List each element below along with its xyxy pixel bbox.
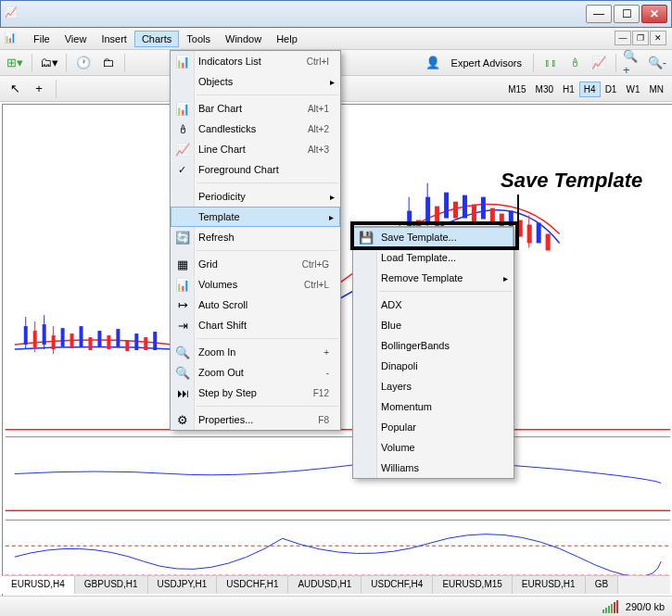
transfer-status: 290/0 kb — [626, 601, 665, 612]
zoom-in-button[interactable]: 🔍+ — [622, 53, 644, 73]
svg-rect-12 — [97, 331, 101, 347]
line-icon: 📈 — [175, 142, 190, 157]
shortcut-label: Ctrl+G — [302, 259, 329, 270]
charts-menu-periodicity[interactable]: Periodicity — [171, 186, 340, 207]
candlestick-button[interactable]: 🕯 — [564, 53, 586, 73]
svg-rect-11 — [89, 337, 93, 350]
template-menu-item-label: BollingerBands — [381, 340, 450, 351]
profiles-button[interactable]: 🗂▾ — [38, 53, 60, 73]
chart-tab-usdjpy-h1[interactable]: USDJPY,H1 — [148, 576, 218, 594]
charts-menu-volumes[interactable]: 📊VolumesCtrl+L — [171, 274, 340, 295]
app-icon: 📈 — [5, 6, 19, 21]
charts-menu-properties[interactable]: ⚙Properties...F8 — [171, 409, 340, 430]
charts-menu-grid[interactable]: ▦GridCtrl+G — [171, 254, 340, 274]
template-menu-bollingerbands[interactable]: BollingerBands — [353, 335, 514, 356]
charts-menu-chart-shift[interactable]: ⇥Chart Shift — [171, 315, 340, 335]
template-menu-momentum[interactable]: Momentum — [353, 396, 514, 417]
charts-menu-candlesticks[interactable]: 🕯CandlesticksAlt+2 — [171, 119, 340, 139]
charts-menu-template[interactable]: Template — [171, 207, 340, 227]
template-menu-williams[interactable]: Williams — [353, 458, 514, 478]
svg-rect-17 — [144, 337, 147, 350]
template-menu-item-label: Volume — [381, 442, 415, 453]
menu-charts[interactable]: Charts — [134, 31, 179, 47]
shortcut-label: Alt+1 — [308, 104, 329, 114]
svg-rect-28 — [425, 197, 430, 225]
close-button[interactable] — [641, 5, 667, 23]
menu-file[interactable]: File — [26, 31, 57, 47]
timeframe-m30[interactable]: M30 — [531, 82, 558, 97]
chart-tabs: EURUSD,H4GBPUSD,H1USDJPY,H1USDCHF,H1AUDU… — [2, 575, 670, 594]
template-menu-blue[interactable]: Blue — [353, 315, 514, 335]
cursor-button[interactable]: ↖ — [4, 79, 26, 99]
template-menu-load-template[interactable]: Load Template... — [353, 247, 514, 268]
crosshair-button[interactable]: + — [28, 79, 50, 99]
timeframe-h4[interactable]: H4 — [579, 82, 601, 97]
expert-advisors-icon[interactable]: 👤 — [422, 53, 444, 73]
timeframe-h1[interactable]: H1 — [558, 82, 579, 97]
navigator-button[interactable]: 🗀 — [96, 53, 119, 73]
save-icon: 💾 — [359, 230, 374, 245]
timeframe-m15[interactable]: M15 — [503, 82, 530, 97]
chart-tab-usdchf-h4[interactable]: USDCHF,H4 — [361, 576, 433, 594]
chart-tab-gb[interactable]: GB — [586, 576, 618, 594]
chart-tab-usdchf-h1[interactable]: USDCHF,H1 — [217, 576, 288, 594]
charts-menu-objects[interactable]: Objects — [171, 71, 340, 92]
template-menu-item-label: Layers — [381, 381, 412, 392]
charts-menu-step-by-step[interactable]: ⏭Step by StepF12 — [171, 383, 340, 403]
charts-dropdown-menu: 📊Indicators ListCtrl+IObjects📊Bar ChartA… — [170, 50, 341, 431]
menu-insert[interactable]: Insert — [94, 31, 134, 47]
timeframe-w1[interactable]: W1 — [621, 82, 644, 97]
svg-rect-8 — [61, 328, 65, 346]
indicators-icon: 📊 — [175, 54, 190, 69]
charts-menu-separator — [197, 406, 338, 407]
mdi-restore-button[interactable]: ❐ — [632, 31, 649, 45]
charts-menu-refresh[interactable]: 🔄Refresh — [171, 227, 340, 247]
chart-tab-eurusd-h4[interactable]: EURUSD,H4 — [2, 576, 75, 594]
autoscroll-icon: ↦ — [175, 297, 190, 312]
charts-menu-zoom-out[interactable]: 🔍Zoom Out- — [171, 362, 340, 383]
template-menu-save-template[interactable]: 💾Save Template... — [353, 227, 514, 247]
zoomin-icon: 🔍 — [175, 345, 190, 359]
market-watch-button[interactable]: 🕐 — [72, 53, 95, 73]
chart-tab-eurusd-m15[interactable]: EURUSD,M15 — [433, 576, 512, 594]
template-menu-dinapoli[interactable]: Dinapoli — [353, 356, 514, 376]
charts-menu-auto-scroll[interactable]: ↦Auto Scroll — [171, 295, 340, 315]
svg-rect-16 — [134, 333, 138, 350]
expert-advisors-label[interactable]: Expert Advisors — [446, 57, 527, 69]
template-menu-volume[interactable]: Volume — [353, 437, 514, 458]
template-menu-layers[interactable]: Layers — [353, 376, 514, 396]
charts-menu-item-label: Indicators List — [198, 56, 261, 67]
timeframe-d1[interactable]: D1 — [601, 82, 622, 97]
template-menu-popular[interactable]: Popular — [353, 417, 514, 437]
chart-tab-audusd-h1[interactable]: AUDUSD,H1 — [288, 576, 361, 594]
mdi-child-controls: — ❐ ✕ — [615, 31, 666, 45]
maximize-button[interactable] — [614, 5, 640, 23]
menu-view[interactable]: View — [57, 31, 95, 47]
chart-tab-gbpusd-h1[interactable]: GBPUSD,H1 — [75, 576, 148, 594]
template-menu-remove-template[interactable]: Remove Template — [353, 268, 514, 288]
line-chart-button[interactable]: 📈 — [588, 53, 610, 73]
menubar: 📊 FileViewInsertChartsToolsWindowHelp — [0, 28, 672, 50]
shortcut-label: Ctrl+L — [304, 280, 329, 290]
bar-chart-button[interactable]: ⫾⫾ — [539, 53, 562, 73]
mdi-close-button[interactable]: ✕ — [650, 31, 666, 45]
menu-window[interactable]: Window — [218, 31, 269, 47]
charts-menu-foreground-chart[interactable]: ✓Foreground Chart — [171, 159, 340, 180]
charts-menu-zoom-in[interactable]: 🔍Zoom In+ — [171, 342, 340, 362]
new-chart-button[interactable]: ⊞▾ — [4, 53, 26, 73]
charts-menu-bar-chart[interactable]: 📊Bar ChartAlt+1 — [171, 98, 340, 119]
menu-help[interactable]: Help — [269, 31, 305, 47]
svg-rect-33 — [463, 195, 467, 219]
charts-menu-separator — [197, 250, 338, 251]
zoom-out-button[interactable]: 🔍- — [646, 53, 668, 73]
minimize-button[interactable] — [586, 5, 612, 23]
menu-tools[interactable]: Tools — [179, 31, 218, 47]
charts-menu-line-chart[interactable]: 📈Line ChartAlt+3 — [171, 139, 340, 159]
charts-menu-indicators-list[interactable]: 📊Indicators ListCtrl+I — [171, 51, 340, 71]
template-menu-item-label: Blue — [381, 320, 401, 331]
template-menu-adx[interactable]: ADX — [353, 295, 514, 315]
charts-menu-separator — [197, 338, 338, 339]
timeframe-mn[interactable]: MN — [644, 82, 668, 97]
chart-tab-eurusd-h1[interactable]: EURUSD,H1 — [513, 576, 586, 594]
mdi-minimize-button[interactable]: — — [615, 31, 631, 45]
